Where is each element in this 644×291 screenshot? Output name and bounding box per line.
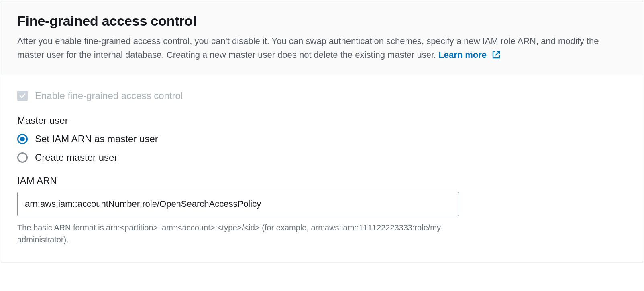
learn-more-link[interactable]: Learn more: [438, 50, 501, 60]
enable-fgac-checkbox: [17, 91, 28, 101]
iam-arn-input[interactable]: [17, 192, 459, 216]
enable-fgac-label: Enable fine-grained access control: [35, 90, 183, 101]
panel-title: Fine-grained access control: [17, 13, 627, 29]
enable-fgac-checkbox-row: Enable fine-grained access control: [17, 90, 627, 101]
radio-icon: [17, 152, 28, 163]
iam-arn-label: IAM ARN: [17, 175, 627, 186]
radio-set-iam-arn[interactable]: Set IAM ARN as master user: [17, 133, 627, 145]
panel-header: Fine-grained access control After you en…: [1, 1, 643, 75]
radio-create-master-user[interactable]: Create master user: [17, 152, 627, 163]
iam-arn-field-wrap: IAM ARN The basic ARN format is arn:<par…: [17, 175, 627, 246]
radio-icon-selected: [17, 134, 28, 144]
external-link-icon: [491, 50, 501, 63]
panel-body: Enable fine-grained access control Maste…: [1, 75, 643, 262]
panel-description: After you enable fine-grained access con…: [17, 34, 620, 63]
master-user-label: Master user: [17, 115, 627, 126]
check-icon: [19, 92, 26, 99]
iam-arn-hint: The basic ARN format is arn:<partition>:…: [17, 222, 459, 246]
fine-grained-access-control-panel: Fine-grained access control After you en…: [1, 1, 643, 262]
